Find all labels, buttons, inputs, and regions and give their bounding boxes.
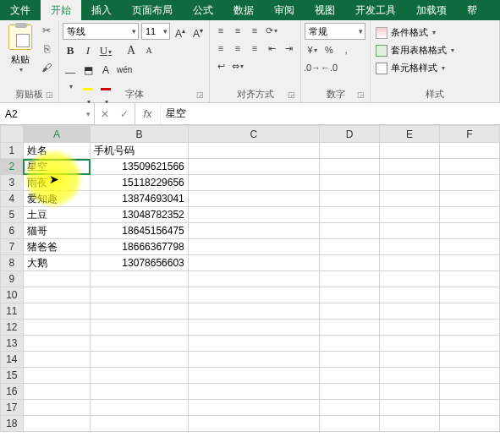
cell-F3[interactable] bbox=[439, 175, 499, 191]
cell-F1[interactable] bbox=[439, 143, 499, 159]
decrease-font-button[interactable]: A▾ bbox=[190, 23, 206, 40]
row-header-10[interactable]: 10 bbox=[1, 287, 24, 303]
row-header-16[interactable]: 16 bbox=[1, 384, 24, 400]
cell-B2[interactable]: 13509621566 bbox=[91, 159, 188, 175]
increase-decimal-button[interactable]: .0→ bbox=[305, 60, 320, 75]
phonetic-guide-button[interactable]: wén bbox=[116, 62, 131, 79]
cell-B13[interactable] bbox=[91, 336, 188, 352]
select-all-corner[interactable] bbox=[1, 126, 24, 143]
cell-B11[interactable] bbox=[91, 303, 188, 320]
cell-D5[interactable] bbox=[320, 207, 380, 223]
cell-F9[interactable] bbox=[439, 271, 499, 287]
row-header-6[interactable]: 6 bbox=[1, 223, 24, 239]
cell-D3[interactable] bbox=[320, 175, 380, 191]
cell-D13[interactable] bbox=[320, 336, 380, 352]
tab-formulas[interactable]: 公式 bbox=[183, 0, 223, 20]
cell-C3[interactable] bbox=[188, 175, 319, 191]
formula-input[interactable]: 星空 bbox=[161, 103, 500, 124]
cell-D2[interactable] bbox=[320, 159, 380, 175]
cell-F6[interactable] bbox=[439, 223, 499, 239]
copy-icon[interactable]: ⎘ bbox=[39, 43, 54, 58]
cell-C18[interactable] bbox=[188, 416, 319, 432]
cell-D12[interactable] bbox=[320, 320, 380, 336]
borders-button[interactable]: ▾ bbox=[63, 62, 78, 79]
font-color-button[interactable]: A▾ bbox=[98, 62, 113, 79]
cell-E16[interactable] bbox=[380, 384, 440, 400]
font-size-combo[interactable]: 11▾ bbox=[141, 23, 170, 40]
underline-button[interactable]: U▾ bbox=[98, 42, 113, 59]
cell-E17[interactable] bbox=[380, 400, 440, 416]
cell-A2[interactable]: 星空 bbox=[23, 159, 91, 175]
cell-C16[interactable] bbox=[188, 384, 319, 400]
cell-F12[interactable] bbox=[439, 320, 499, 336]
cell-E11[interactable] bbox=[380, 303, 440, 320]
cell-F14[interactable] bbox=[439, 352, 499, 368]
cell-E14[interactable] bbox=[380, 352, 440, 368]
cell-B12[interactable] bbox=[91, 320, 188, 336]
font-name-combo[interactable]: 等线▾ bbox=[63, 23, 139, 40]
row-header-12[interactable]: 12 bbox=[1, 320, 24, 336]
row-header-13[interactable]: 13 bbox=[1, 336, 24, 352]
cell-E10[interactable] bbox=[380, 287, 440, 303]
col-header-C[interactable]: C bbox=[188, 126, 319, 143]
cell-D7[interactable] bbox=[320, 239, 380, 255]
cell-C17[interactable] bbox=[188, 400, 319, 416]
cell-E18[interactable] bbox=[380, 416, 440, 432]
col-header-B[interactable]: B bbox=[91, 126, 188, 143]
row-header-15[interactable]: 15 bbox=[1, 368, 24, 384]
cell-A5[interactable]: 土豆 bbox=[23, 207, 91, 223]
fill-color-button[interactable]: ⬒▾ bbox=[80, 62, 96, 79]
fx-icon[interactable]: fx bbox=[135, 103, 161, 124]
row-header-8[interactable]: 8 bbox=[1, 255, 24, 271]
chevron-down-icon[interactable]: ▾ bbox=[86, 110, 91, 118]
percent-format-button[interactable]: % bbox=[321, 42, 337, 57]
row-header-11[interactable]: 11 bbox=[1, 303, 24, 320]
cell-E2[interactable] bbox=[380, 159, 440, 175]
cell-A8[interactable]: 大鹅 bbox=[23, 255, 91, 271]
cell-C10[interactable] bbox=[188, 287, 319, 303]
orientation-button[interactable]: ⟳▾ bbox=[264, 23, 279, 38]
decrease-indent-button[interactable]: ⇤ bbox=[264, 41, 279, 56]
cell-styles-button[interactable]: 单元格样式▾ bbox=[374, 60, 447, 76]
row-header-3[interactable]: 3 bbox=[1, 175, 24, 191]
increase-indent-button[interactable]: ⇥ bbox=[281, 41, 296, 56]
cell-B8[interactable]: 13078656603 bbox=[91, 255, 188, 271]
cell-D11[interactable] bbox=[320, 303, 380, 320]
cell-B3[interactable]: 15118229656 bbox=[91, 175, 188, 191]
cell-C12[interactable] bbox=[188, 320, 319, 336]
bold-button[interactable]: B bbox=[63, 42, 78, 59]
cell-C14[interactable] bbox=[188, 352, 319, 368]
cell-A9[interactable] bbox=[23, 271, 91, 287]
col-header-E[interactable]: E bbox=[380, 126, 440, 143]
cell-E7[interactable] bbox=[380, 239, 440, 255]
cell-C7[interactable] bbox=[188, 239, 319, 255]
cell-B1[interactable]: 手机号码 bbox=[91, 143, 188, 159]
col-header-A[interactable]: A bbox=[23, 126, 91, 143]
cell-A11[interactable] bbox=[23, 303, 91, 320]
align-middle-button[interactable]: ≡ bbox=[230, 23, 245, 38]
cell-B7[interactable]: 18666367798 bbox=[91, 239, 188, 255]
tab-help[interactable]: 帮 bbox=[457, 0, 487, 20]
grid-table[interactable]: ABCDEF 1姓名手机号码2星空135096215663雨夜151182296… bbox=[0, 125, 500, 432]
row-header-9[interactable]: 9 bbox=[1, 271, 24, 287]
cell-B17[interactable] bbox=[91, 400, 188, 416]
row-header-1[interactable]: 1 bbox=[1, 143, 24, 159]
cell-E9[interactable] bbox=[380, 271, 440, 287]
cell-E3[interactable] bbox=[380, 175, 440, 191]
cell-E5[interactable] bbox=[380, 207, 440, 223]
clipboard-launcher[interactable]: ◲ bbox=[46, 90, 53, 99]
merge-center-button[interactable]: ⇔▾ bbox=[230, 58, 245, 74]
cell-A4[interactable]: 爱知趣 bbox=[23, 191, 91, 207]
cell-D18[interactable] bbox=[320, 416, 380, 432]
alignment-launcher[interactable]: ◲ bbox=[288, 90, 295, 99]
cell-B10[interactable] bbox=[91, 287, 188, 303]
font-launcher[interactable]: ◲ bbox=[196, 90, 204, 99]
cell-C4[interactable] bbox=[188, 191, 319, 207]
cell-A7[interactable]: 猪爸爸 bbox=[23, 239, 91, 255]
col-header-F[interactable]: F bbox=[439, 126, 499, 143]
cell-A10[interactable] bbox=[23, 287, 91, 303]
format-painter-icon[interactable]: 🖌 bbox=[39, 62, 54, 77]
cell-A14[interactable] bbox=[23, 352, 91, 368]
tab-developer[interactable]: 开发工具 bbox=[345, 0, 406, 20]
number-launcher[interactable]: ◲ bbox=[357, 90, 365, 99]
